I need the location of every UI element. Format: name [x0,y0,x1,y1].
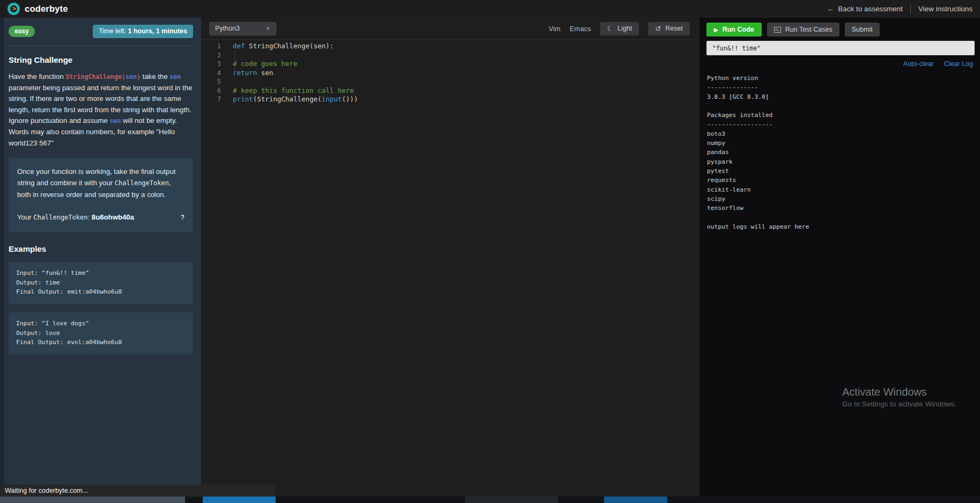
example-input: Input: "fun&!! time" [16,268,186,278]
token-line: Your ChallengeToken: 8u6ohwb40a [17,212,134,223]
token-label: : [87,213,91,221]
example-output: Output: time [16,278,186,288]
code-area[interactable]: 1234567 def StringChallenge(sen): # code… [201,42,700,497]
editor-toolbar: Python3 ▼ Vim Emacs ☾ Light ↺ Reset [201,18,700,40]
example-input: Input: "I love dogs" [16,319,186,329]
time-left-value: 1 hours, 1 minutes [128,27,187,35]
taskbar-sliver[interactable] [0,497,980,503]
language-dropdown[interactable]: Python3 ▼ [209,22,276,35]
function-arg-code: sen [126,73,137,81]
description-text: Have the function [9,72,65,81]
back-arrow-icon: ← [827,5,835,13]
run-test-cases-button[interactable]: Run Test Cases [767,23,839,37]
taskbar-segment [0,497,185,503]
reset-code-button[interactable]: ↺ Reset [648,22,690,35]
back-to-assessment-link[interactable]: ← Back to assessment [827,5,903,13]
description-text: take the [141,72,170,81]
time-left-badge: Time left: 1 hours, 1 minutes [93,25,193,38]
clear-log-link[interactable]: Clear Log [944,60,973,68]
taskbar-segment [604,497,667,503]
top-bar: > coderbyte ← Back to assessment View in… [0,0,980,18]
example-final-output: Final Output: emit:a04bwho6u8 [16,287,186,297]
line-numbers: 1234567 [201,42,221,497]
coderbyte-logo-icon: > [8,3,20,15]
token-label: Your [17,213,33,221]
stdin-input-field[interactable] [706,41,975,55]
token-row: Your ChallengeToken: 8u6ohwb40a ? [17,212,185,223]
function-signature-code: StringChallenge( [65,73,126,81]
status-message: Waiting for coderbyte.com... [5,487,88,494]
sen-inline-code: sen [109,117,121,125]
view-instructions-link[interactable]: View instructions [918,5,972,13]
editor-toolbar-right: Vim Emacs ☾ Light ↺ Reset [549,22,690,35]
emacs-mode-toggle[interactable]: Emacs [570,25,591,33]
example-output: Output: love [16,329,186,338]
runner-panel: ▶ Run Code Run Test Cases Submit Auto-cl… [700,18,980,497]
brand-name: coderbyte [25,4,68,14]
indent-guide [234,51,235,78]
code-editor-pane: Python3 ▼ Vim Emacs ☾ Light ↺ Reset 1234… [201,18,700,497]
chevron-down-icon: ▼ [266,26,270,31]
auto-clear-link[interactable]: Auto-clear [903,60,934,68]
taskbar-segment [465,497,558,503]
run-test-cases-label: Run Test Cases [785,26,832,33]
submit-button[interactable]: Submit [845,23,880,37]
sidebar-divider [9,46,193,46]
watermark-title: Activate Windows [842,386,956,398]
challenge-meta-row: easy Time left: 1 hours, 1 minutes [9,25,193,38]
example-box-2: Input: "I love dogs" Output: love Final … [9,312,193,354]
code-lines[interactable]: def StringChallenge(sen): # code goes he… [233,42,358,497]
challenge-token-code: ChallengeToken [115,179,169,187]
coderbyte-challenge-screen: > coderbyte ← Back to assessment View in… [0,0,980,503]
example-box-1: Input: "fun&!! time" Output: time Final … [9,262,193,304]
taskbar-segment [203,497,276,503]
sen-inline-code: sen [170,73,181,81]
light-theme-label: Light [617,25,632,32]
run-code-button[interactable]: ▶ Run Code [706,23,762,37]
sidebar-scrollbar[interactable] [0,18,4,497]
challenge-token-note: Once your function is working, take the … [9,158,193,232]
test-cases-icon [774,27,781,33]
token-code-label: ChallengeToken [33,214,87,221]
vim-mode-toggle[interactable]: Vim [549,25,561,33]
topbar-divider [910,4,911,13]
output-log: Python version -------------- 3.8.3 [GCC… [701,74,980,231]
view-instructions-label: View instructions [918,5,972,13]
reset-icon: ↺ [655,25,661,33]
moon-icon: ☾ [607,25,614,33]
language-dropdown-value: Python3 [215,25,240,32]
back-to-assessment-label: Back to assessment [838,5,903,13]
browser-status-bubble: Waiting for coderbyte.com... [0,485,275,497]
reset-label: Reset [665,25,683,32]
examples-heading: Examples [9,244,193,253]
play-icon: ▶ [714,27,718,33]
coderbyte-brand[interactable]: > coderbyte [8,3,68,15]
top-bar-actions: ← Back to assessment View instructions [827,4,972,13]
run-code-label: Run Code [723,26,754,33]
runner-toolbar: ▶ Run Code Run Test Cases Submit [701,18,980,37]
challenge-sidebar: easy Time left: 1 hours, 1 minutes Strin… [0,18,201,497]
challenge-title: String Challenge [9,55,193,64]
activate-windows-watermark: Activate Windows Go to Settings to activ… [842,386,956,408]
sidebar-content: easy Time left: 1 hours, 1 minutes Strin… [4,18,201,497]
example-final-output: Final Output: evol:a04bwho6u8 [16,338,186,347]
watermark-subtitle: Go to Settings to activate Windows. [842,400,956,408]
submit-label: Submit [852,26,873,33]
function-signature-close: ) [137,73,141,81]
difficulty-badge: easy [9,26,35,37]
time-left-label: Time left: [99,27,128,35]
log-controls: Auto-clear Clear Log [701,55,980,68]
logo-chevron-icon: > [12,5,16,12]
challenge-description: Have the function StringChallenge(sen) t… [9,71,193,149]
help-icon[interactable]: ? [181,212,185,223]
light-theme-button[interactable]: ☾ Light [600,22,639,35]
challenge-token-value: 8u6ohwb40a [92,213,134,221]
